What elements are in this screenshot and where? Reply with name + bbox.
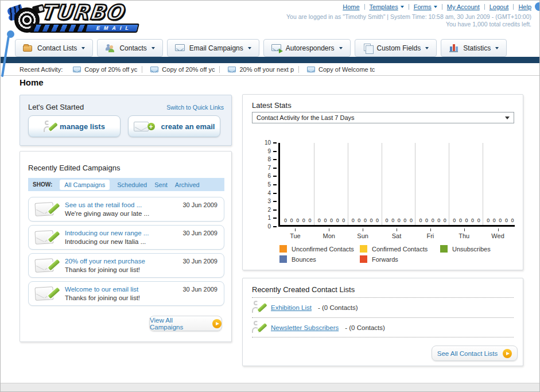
bar-value-label: 0 [437, 218, 440, 223]
gridline [415, 143, 415, 225]
legend-swatch [279, 245, 287, 253]
x-axis-label: Wed [481, 232, 515, 239]
legend-label: Confirmed Contacts [372, 246, 428, 253]
legend-label: Unsubscribes [452, 246, 491, 253]
legend-item: Confirmed Contacts [360, 245, 440, 253]
y-tick-mark [273, 176, 277, 177]
email-campaigns-icon [175, 44, 185, 52]
y-tick-label: 1 [267, 215, 271, 221]
latest-stats-title: Latest Stats [252, 101, 292, 110]
latest-stats-panel: Latest Stats Contact Activity for the La… [242, 94, 523, 270]
nav-link-logout[interactable]: Logout [480, 3, 509, 10]
campaign-date: 30 Jun 2009 [182, 201, 217, 208]
contact-list-link[interactable]: Newsletter Subscribers [271, 324, 339, 331]
x-tick-mark [363, 228, 363, 231]
filter-archived[interactable]: Archived [175, 181, 200, 188]
contact-list-item: Newsletter Subscribers - (0 Contacts) [252, 317, 514, 337]
person-pencil-icon [44, 121, 54, 133]
nav-link-forms[interactable]: Forms [404, 3, 437, 10]
nav-link-help[interactable]: Help [508, 3, 531, 10]
nav-link-my-account[interactable]: My Account [437, 3, 480, 10]
legend-item: Forwards [360, 255, 440, 263]
autoresponders-icon [271, 44, 281, 52]
campaign-date: 30 Jun 2009 [182, 258, 217, 265]
arrow-right-icon [503, 349, 512, 358]
x-axis-label: Sun [346, 232, 380, 239]
bar-value-label: 0 [391, 218, 394, 223]
filter-scheduled[interactable]: Scheduled [117, 181, 147, 188]
y-tick-mark [273, 142, 277, 143]
manage-lists-button[interactable]: manage lists [28, 115, 121, 137]
chevron-down-icon [425, 47, 429, 49]
tab-contacts[interactable]: Contacts [97, 39, 162, 57]
switch-quick-links-link[interactable]: Switch to Quick Links [166, 104, 224, 111]
y-tick-mark [273, 201, 277, 202]
bar-value-label: 0 [398, 218, 401, 223]
bar-value-label: 0 [296, 218, 299, 223]
y-tick-mark [273, 226, 277, 227]
bar-value-label: 0 [324, 218, 327, 223]
bar-value-label: 0 [444, 218, 446, 223]
contact-list-count: - (0 Contacts) [345, 324, 385, 331]
chart-plot: 00000000000000000000000000000000000 [278, 143, 515, 227]
y-tick-label: 6 [267, 173, 271, 179]
custom-fields-icon [363, 44, 372, 52]
campaign-subtitle: Introducing our new Italia ... [65, 238, 149, 246]
filter-sent[interactable]: Sent [154, 181, 168, 188]
gridline [382, 143, 382, 225]
y-tick-label: 4 [267, 190, 271, 196]
recent-contact-lists-panel: Recently Created Contact Lists Exhibitio… [242, 278, 523, 366]
bar-value-label: 0 [308, 218, 311, 223]
stats-period-dropdown[interactable]: Contact Activity for the Last 7 Days [252, 112, 514, 123]
campaign-title-link[interactable]: 20% off your next purchase [65, 257, 145, 266]
campaign-date: 30 Jun 2009 [182, 286, 217, 293]
legend-swatch [440, 245, 448, 253]
nav-link-templates[interactable]: Templates [360, 3, 404, 10]
bar-value-label: 0 [284, 218, 287, 223]
y-tick-label: 7 [267, 165, 271, 171]
chevron-down-icon [248, 47, 251, 49]
y-tick-mark [273, 159, 277, 160]
legend-swatch [360, 255, 367, 263]
tab-statistics[interactable]: Statistics [441, 39, 507, 57]
main-nav-tabs: Contact Lists Contacts Email Campaigns A… [15, 39, 539, 57]
bar-value-label: 0 [425, 218, 428, 223]
x-tick-mark [430, 228, 431, 231]
chevron-down-icon [495, 47, 499, 49]
bar-value-label: 0 [302, 218, 305, 223]
page-title: Home [20, 77, 44, 87]
campaign-title-link[interactable]: Introducing our new range ... [65, 229, 149, 238]
recent-activity-item[interactable]: Copy of 20% off yc [73, 66, 137, 73]
bar-value-label: 0 [493, 218, 496, 223]
campaign-row: 20% off your next purchase Thanks for jo… [28, 253, 224, 278]
bar-value-label: 0 [352, 218, 355, 223]
gridline [483, 143, 483, 225]
gridline [314, 143, 314, 225]
footer-bar [1, 383, 539, 391]
tab-contact-lists[interactable]: Contact Lists [15, 39, 93, 57]
see-all-contact-lists-button[interactable]: See All Contact Lists [432, 346, 518, 361]
recent-activity-item[interactable]: 20% off your next p [215, 66, 294, 73]
person-pencil-icon [252, 301, 265, 315]
bar-value-label: 0 [403, 218, 406, 223]
view-all-campaigns-button[interactable]: View All Campaigns [149, 316, 222, 331]
tab-custom-fields[interactable]: Custom Fields [355, 39, 437, 57]
tab-email-campaigns[interactable]: Email Campaigns [167, 39, 259, 57]
logo-subtitle: EMAIL [96, 25, 133, 31]
bar-value-label: 0 [505, 218, 508, 223]
x-axis-label: Fri [413, 232, 447, 239]
create-email-button[interactable]: + create an email [128, 115, 220, 137]
nav-link-home[interactable]: Home [343, 3, 359, 10]
arrow-right-icon [212, 319, 222, 328]
contact-list-link[interactable]: Exhibition List [271, 304, 312, 311]
campaign-title-link[interactable]: Welcome to our email list [65, 285, 140, 294]
y-tick-label: 5 [267, 181, 271, 188]
get-started-panel: Let's Get Started Switch to Quick Links … [20, 95, 232, 146]
legend-item: Unsubscribes [440, 245, 515, 253]
tab-autoresponders[interactable]: Autoresponders [263, 39, 351, 57]
filter-all-campaigns[interactable]: All Campaigns [60, 180, 110, 190]
recent-activity-item[interactable]: Copy of 20% off yc [137, 66, 215, 73]
contact-list-item: Exhibition List - (0 Contacts) [252, 297, 514, 317]
recent-activity-item[interactable]: Copy of Welcome tc [294, 66, 375, 73]
campaign-title-link[interactable]: See us at the retail food ... [65, 201, 149, 209]
